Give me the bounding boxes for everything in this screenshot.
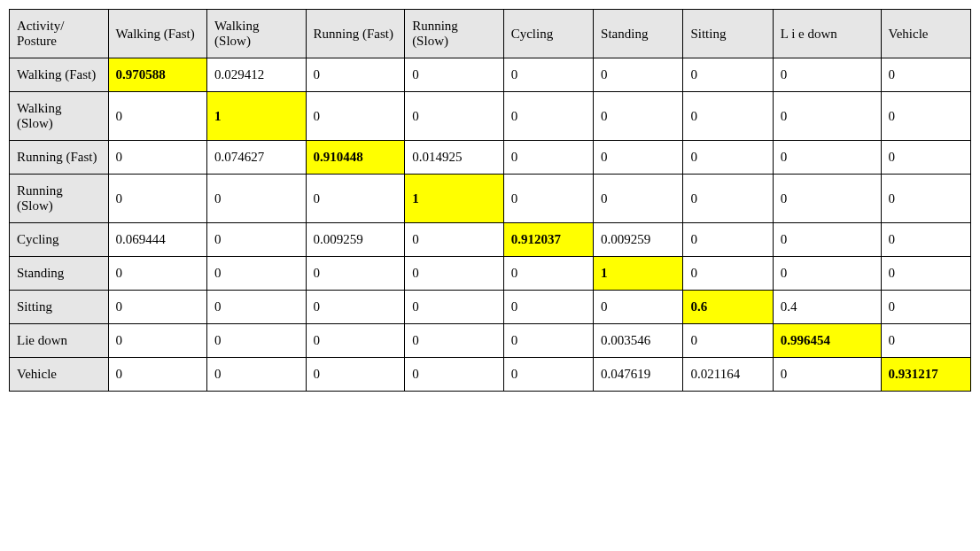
cell: 0 [683, 141, 773, 175]
cell: 0 [773, 223, 881, 257]
cell: 0 [773, 257, 881, 291]
table-row: Running (Fast)00.0746270.9104480.0149250… [10, 141, 971, 175]
row-header: Lie down [10, 324, 109, 358]
col-header: Running (Fast) [306, 10, 405, 58]
cell: 0 [306, 58, 405, 92]
cell: 0 [405, 257, 504, 291]
cell: 0 [108, 358, 207, 392]
cell: 0.047619 [594, 358, 683, 392]
cell: 0 [503, 92, 593, 141]
table-row: Walking (Slow)010000000 [10, 92, 971, 141]
table-row: Standing000001000 [10, 257, 971, 291]
cell: 0.009259 [594, 223, 683, 257]
table-row: Running (Slow)000100000 [10, 175, 971, 223]
cell: 1 [405, 175, 504, 223]
cell: 0 [306, 257, 405, 291]
cell: 0.069444 [108, 223, 207, 257]
cell: 0 [207, 324, 307, 358]
cell: 0 [503, 257, 593, 291]
table-row: Vehicle000000.0476190.02116400.931217 [10, 358, 971, 392]
cell: 0 [207, 257, 307, 291]
cell: 0.4 [773, 291, 881, 324]
confusion-matrix-table: Activity/ PostureWalking (Fast)Walking (… [9, 9, 971, 392]
cell: 0 [594, 92, 683, 141]
row-header: Cycling [10, 223, 109, 257]
cell: 0 [881, 175, 971, 223]
cell: 0 [594, 141, 683, 175]
col-header: L i e down [773, 10, 881, 58]
cell: 0 [306, 291, 405, 324]
cell: 0 [108, 141, 207, 175]
cell: 0 [108, 291, 207, 324]
col-header: Walking (Fast) [108, 10, 207, 58]
cell: 0 [683, 324, 773, 358]
cell: 0 [405, 358, 504, 392]
cell: 0 [683, 223, 773, 257]
cell: 0 [503, 358, 593, 392]
cell: 0 [405, 223, 504, 257]
cell: 0 [207, 291, 307, 324]
cell: 0 [881, 291, 971, 324]
cell: 0 [405, 92, 504, 141]
cell: 0 [683, 175, 773, 223]
cell: 0 [683, 257, 773, 291]
col-header: Cycling [503, 10, 593, 58]
cell: 0 [881, 257, 971, 291]
row-header: Standing [10, 257, 109, 291]
cell: 0 [405, 58, 504, 92]
cell: 0.910448 [306, 141, 405, 175]
cell: 0 [306, 358, 405, 392]
col-header: Running (Slow) [405, 10, 504, 58]
cell: 1 [207, 92, 307, 141]
cell: 0 [773, 358, 881, 392]
cell: 0 [881, 92, 971, 141]
cell: 0 [108, 324, 207, 358]
col-header: Standing [594, 10, 683, 58]
cell: 0 [503, 291, 593, 324]
cell: 0 [306, 175, 405, 223]
cell: 0.970588 [108, 58, 207, 92]
row-header: Walking (Slow) [10, 92, 109, 141]
cell: 0 [207, 223, 307, 257]
cell: 0 [594, 58, 683, 92]
row-header: Vehicle [10, 358, 109, 392]
cell: 0 [773, 58, 881, 92]
corner-header: Activity/ Posture [10, 10, 109, 58]
cell: 0.931217 [881, 358, 971, 392]
row-header: Running (Slow) [10, 175, 109, 223]
cell: 0.029412 [207, 58, 307, 92]
cell: 0 [503, 58, 593, 92]
col-header: Sitting [683, 10, 773, 58]
cell: 0.996454 [773, 324, 881, 358]
cell: 0 [594, 175, 683, 223]
cell: 0 [881, 324, 971, 358]
cell: 0 [306, 324, 405, 358]
cell: 0 [503, 324, 593, 358]
cell: 0 [881, 58, 971, 92]
cell: 0.003546 [594, 324, 683, 358]
cell: 0 [773, 175, 881, 223]
table-row: Sitting0000000.60.40 [10, 291, 971, 324]
table-row: Walking (Fast)0.9705880.0294120000000 [10, 58, 971, 92]
cell: 0 [683, 58, 773, 92]
cell: 0 [773, 141, 881, 175]
cell: 0.6 [683, 291, 773, 324]
cell: 0 [306, 92, 405, 141]
cell: 0 [207, 175, 307, 223]
table-row: Lie down000000.00354600.9964540 [10, 324, 971, 358]
col-header: Walking (Slow) [207, 10, 307, 58]
cell: 0 [594, 291, 683, 324]
cell: 0 [503, 141, 593, 175]
cell: 0 [773, 92, 881, 141]
cell: 0.021164 [683, 358, 773, 392]
cell: 0.009259 [306, 223, 405, 257]
cell: 0.912037 [503, 223, 593, 257]
cell: 0.074627 [207, 141, 307, 175]
cell: 0.014925 [405, 141, 504, 175]
cell: 0 [108, 257, 207, 291]
cell: 1 [594, 257, 683, 291]
cell: 0 [881, 223, 971, 257]
cell: 0 [881, 141, 971, 175]
table-header-row: Activity/ PostureWalking (Fast)Walking (… [10, 10, 971, 58]
cell: 0 [405, 291, 504, 324]
